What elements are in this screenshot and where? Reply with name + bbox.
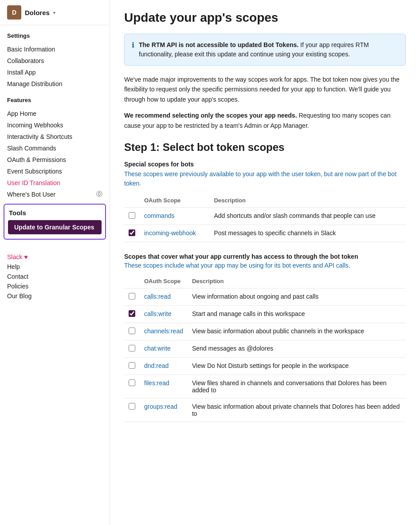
rtm-alert: ℹ The RTM API is not accessible to updat… [124, 34, 406, 66]
table-row: files:read View files shared in channels… [124, 375, 406, 398]
table-row: calls:write Start and manage calls in th… [124, 305, 406, 323]
scope-name[interactable]: channels:read [140, 323, 188, 340]
settings-label: Settings [7, 32, 102, 39]
table-row: commands Add shortcuts and/or slash comm… [124, 207, 406, 225]
cover-scopes-check-header [124, 274, 140, 288]
scope-checkbox-special-1[interactable] [129, 229, 135, 236]
scope-desc: View information about ongoing and past … [188, 288, 406, 305]
step1-title: Step 1: Select bot token scopes [124, 141, 406, 154]
sidebar-footer-our-blog[interactable]: Our Blog [7, 291, 102, 301]
alert-bold: The RTM API is not accessible to updated… [139, 41, 298, 48]
scope-name[interactable]: chat:write [140, 340, 188, 357]
scope-desc: View Do Not Disturb settings for people … [188, 357, 406, 375]
sidebar-item-incoming-webhooks[interactable]: Incoming Webhooks [4, 119, 106, 131]
scope-name[interactable]: incoming-webhook [140, 225, 209, 242]
alert-text: The RTM API is not accessible to updated… [139, 40, 398, 59]
cover-scopes-desc: These scopes include what your app may b… [124, 262, 406, 269]
scope-desc: View basic information about public chan… [188, 323, 406, 340]
special-scopes-check-header [124, 193, 140, 208]
recommend-bold: We recommend selecting only the scopes y… [124, 112, 297, 119]
settings-nav: Basic Information Collaborators Install … [0, 43, 110, 90]
table-row: calls:read View information about ongoin… [124, 288, 406, 305]
scope-checkbox-cover-6[interactable] [129, 403, 135, 410]
tools-label: Tools [8, 209, 102, 217]
table-row: dnd:read View Do Not Disturb settings fo… [124, 357, 406, 375]
intro-paragraph: We've made major improvements to the way… [124, 75, 406, 104]
cover-scopes-table: OAuth Scope Description calls:read View … [124, 274, 406, 422]
scope-checkbox-cover-0[interactable] [129, 293, 135, 300]
sidebar-footer-policies[interactable]: Policies [7, 281, 102, 291]
recommend-text: We recommend selecting only the scopes y… [124, 111, 406, 130]
table-row: chat:write Send messages as @dolores [124, 340, 406, 357]
cover-scopes-col1-header: OAuth Scope [140, 274, 188, 288]
scope-desc: View basic information about private cha… [188, 398, 406, 422]
special-scopes-col1-header: OAuth Scope [140, 193, 209, 208]
sidebar: D Dolores ▾ Settings Basic Information C… [0, 0, 110, 525]
sidebar-footer-contact[interactable]: Contact [7, 272, 102, 281]
scope-name[interactable]: dnd:read [140, 357, 188, 375]
table-row: incoming-webhook Post messages to specif… [124, 225, 406, 242]
scope-checkbox-cover-2[interactable] [129, 328, 135, 334]
heart-icon: ♥ [24, 253, 27, 261]
info-icon: ℹ [132, 41, 134, 49]
scope-checkbox-cover-1[interactable] [129, 310, 135, 317]
tools-section: Tools Update to Granular Scopes [4, 204, 106, 240]
user-name: Dolores [25, 9, 50, 16]
user-header[interactable]: D Dolores ▾ [0, 0, 110, 25]
features-label: Features [7, 97, 102, 103]
scope-desc: Start and manage calls in this workspace [188, 305, 406, 323]
sidebar-item-app-home[interactable]: App Home [4, 108, 106, 119]
sidebar-item-wheres-bot-user[interactable]: Where's Bot User [4, 189, 94, 200]
scope-name[interactable]: calls:write [140, 305, 188, 323]
scope-desc: Send messages as @dolores [188, 340, 406, 357]
avatar: D [7, 5, 21, 20]
help-circle-icon: ⓪ [96, 190, 102, 198]
scope-desc: Add shortcuts and/or slash commands that… [209, 207, 406, 225]
scope-name[interactable]: groups:read [140, 398, 188, 422]
special-scopes-title: Special scopes for bots [124, 161, 406, 168]
scope-checkbox-cover-4[interactable] [129, 362, 135, 369]
sidebar-item-event-subscriptions[interactable]: Event Subscriptions [4, 166, 106, 177]
scope-desc: Post messages to specific channels in Sl… [209, 225, 406, 242]
sidebar-item-collaborators[interactable]: Collaborators [4, 55, 106, 67]
scope-checkbox-cover-3[interactable] [129, 345, 135, 351]
sidebar-footer-help[interactable]: Help [7, 262, 102, 272]
sidebar-item-manage-distribution[interactable]: Manage Distribution [4, 78, 106, 90]
sidebar-footer: Slack ♥ Help Contact Policies Our Blog [0, 249, 110, 304]
scope-name[interactable]: commands [140, 207, 209, 225]
sidebar-item-install-app[interactable]: Install App [4, 67, 106, 78]
cover-scopes-col2-header: Description [188, 274, 406, 288]
sidebar-item-slash-commands[interactable]: Slash Commands [4, 142, 106, 154]
scope-name[interactable]: calls:read [140, 288, 188, 305]
sidebar-item-user-id-translation[interactable]: User ID Translation [4, 177, 106, 189]
sidebar-item-oauth-permissions[interactable]: OAuth & Permissions [4, 154, 106, 166]
chevron-down-icon: ▾ [53, 10, 55, 15]
page-title: Update your app's scopes [124, 11, 406, 25]
special-scopes-table: OAuth Scope Description commands Add sho… [124, 193, 406, 242]
scope-checkbox-cover-5[interactable] [129, 379, 135, 386]
settings-section: Settings [0, 25, 110, 43]
scope-desc: View files shared in channels and conver… [188, 375, 406, 398]
sidebar-item-interactivity-shortcuts[interactable]: Interactivity & Shortcuts [4, 131, 106, 142]
sidebar-item-basic-information[interactable]: Basic Information [4, 43, 106, 55]
features-nav: App Home Incoming Webhooks Interactivity… [0, 108, 110, 200]
update-to-granular-scopes-button[interactable]: Update to Granular Scopes [8, 220, 102, 234]
features-section: Features [0, 90, 110, 108]
scope-name[interactable]: files:read [140, 375, 188, 398]
special-scopes-col2-header: Description [209, 193, 406, 208]
scope-checkbox-special-0[interactable] [129, 212, 135, 219]
special-scopes-desc: These scopes were previously available t… [124, 170, 406, 188]
main-content: Update your app's scopes ℹ The RTM API i… [110, 0, 420, 525]
table-row: channels:read View basic information abo… [124, 323, 406, 340]
sidebar-footer-slack[interactable]: Slack ♥ [7, 252, 102, 262]
cover-scopes-section: Scopes that cover what your app currentl… [124, 253, 406, 422]
table-row: groups:read View basic information about… [124, 398, 406, 422]
cover-scopes-title: Scopes that cover what your app currentl… [124, 253, 406, 260]
